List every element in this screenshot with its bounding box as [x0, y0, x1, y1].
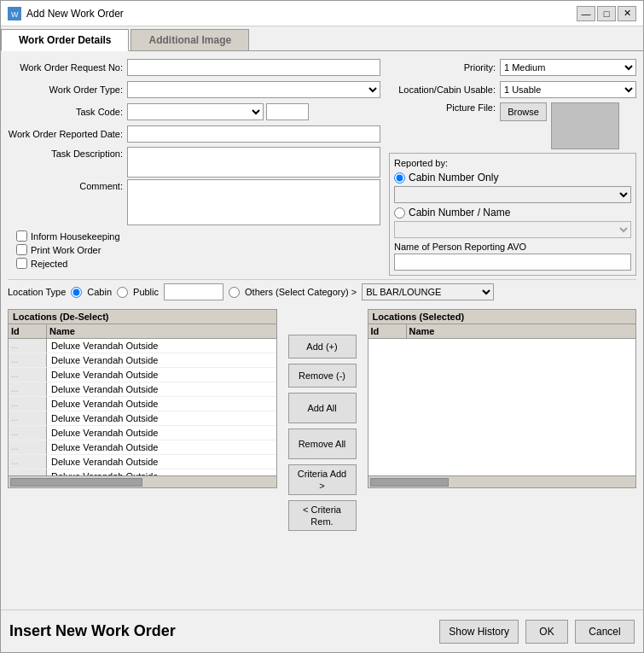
avo-input[interactable]: [394, 254, 631, 271]
list-item[interactable]: ...Deluxe Verandah Outside: [9, 353, 276, 368]
print-work-order-label: Print Work Order: [31, 245, 101, 255]
minimize-button[interactable]: —: [577, 6, 595, 21]
maximize-button[interactable]: □: [597, 6, 616, 21]
checkbox-section: Inform Housekeeping Print Work Order Rej…: [8, 230, 380, 269]
criteria-rem-button[interactable]: < Criteria Rem.: [288, 500, 357, 531]
location-type-public-radio[interactable]: [117, 287, 128, 298]
list-item[interactable]: ...Deluxe Verandah Outside: [9, 469, 276, 475]
comment-textarea[interactable]: [127, 179, 380, 225]
list-item-id: ...: [9, 368, 47, 382]
locations-deselect-list[interactable]: Id Name ...Deluxe Verandah Outside...Del…: [9, 324, 276, 475]
reported-date-label: Work Order Reported Date:: [8, 129, 127, 139]
task-code-select[interactable]: [127, 103, 264, 120]
remove-button[interactable]: Remove (-): [288, 364, 357, 388]
tab-work-order-details[interactable]: Work Order Details: [1, 29, 129, 51]
cabin-number-only-row: Cabin Number Only: [394, 172, 631, 184]
locations-selected-panel: Locations (Selected) Id Name: [368, 309, 637, 488]
comment-label: Comment:: [8, 179, 127, 191]
reported-date-input[interactable]: 10/27/2017 4:38 pm: [127, 125, 380, 143]
close-button[interactable]: ✕: [618, 6, 636, 21]
task-code-input2[interactable]: [266, 103, 309, 120]
task-description-row: Task Description:: [8, 147, 380, 178]
location-usable-select[interactable]: 1 Usable: [500, 81, 636, 98]
list-item[interactable]: ...Deluxe Verandah Outside: [9, 426, 276, 440]
selected-scrollbar-h[interactable]: [368, 475, 636, 487]
location-type-cabin-radio[interactable]: [71, 287, 82, 298]
deselect-scrollbar-h[interactable]: [9, 475, 276, 487]
add-button[interactable]: Add (+): [288, 335, 357, 359]
rejected-label: Rejected: [31, 259, 67, 269]
locations-deselect-title: Locations (De-Select): [9, 310, 276, 324]
list-item-id: ...: [9, 440, 47, 454]
title-bar: W Add New Work Order — □ ✕: [1, 1, 643, 26]
location-type-cabin-label: Cabin: [87, 287, 112, 297]
task-description-textarea[interactable]: [127, 147, 380, 178]
list-item[interactable]: ...Deluxe Verandah Outside: [9, 455, 276, 469]
list-item-id: ...: [9, 353, 47, 367]
reported-by-title: Reported by:: [394, 158, 631, 168]
deselect-col-id: Id: [9, 324, 47, 338]
list-item[interactable]: ...Deluxe Verandah Outside: [9, 382, 276, 397]
print-work-order-checkbox[interactable]: [16, 244, 27, 255]
locations-selected-list[interactable]: Id Name: [368, 324, 636, 475]
priority-row: Priority: 1 Medium: [389, 58, 636, 77]
tab-bar: Work Order Details Additional Image: [1, 26, 643, 51]
cabin-number-only-radio[interactable]: [394, 172, 405, 184]
picture-area: Browse: [500, 102, 619, 149]
main-content: Work Order Request No: Work Order Type: …: [1, 51, 643, 609]
list-item-id: ...: [9, 339, 47, 353]
work-order-type-row: Work Order Type:: [8, 80, 380, 99]
list-item-id: ...: [9, 397, 47, 411]
cancel-button[interactable]: Cancel: [575, 620, 635, 644]
inform-housekeeping-checkbox[interactable]: [16, 230, 27, 242]
list-item[interactable]: ...Deluxe Verandah Outside: [9, 397, 276, 411]
avo-label: Name of Person Reporting AVO: [394, 242, 631, 252]
list-item-name: Deluxe Verandah Outside: [47, 339, 276, 353]
remove-all-button[interactable]: Remove All: [288, 429, 357, 459]
list-item-name: Deluxe Verandah Outside: [47, 397, 276, 411]
priority-label: Priority:: [389, 62, 500, 73]
list-item[interactable]: ...Deluxe Verandah Outside: [9, 411, 276, 426]
task-code-label: Task Code:: [8, 107, 127, 117]
browse-button[interactable]: Browse: [500, 102, 547, 121]
priority-select[interactable]: 1 Medium: [500, 59, 636, 76]
work-order-request-row: Work Order Request No:: [8, 58, 380, 77]
work-order-type-select[interactable]: [127, 81, 380, 98]
cabin-number-only-select[interactable]: [394, 186, 631, 203]
add-all-button[interactable]: Add All: [288, 393, 357, 423]
work-order-request-input[interactable]: [127, 59, 380, 76]
list-item-name: Deluxe Verandah Outside: [47, 353, 276, 367]
selected-col-name: Name: [407, 324, 636, 338]
rejected-row: Rejected: [16, 258, 380, 269]
picture-file-label: Picture File:: [389, 102, 500, 113]
list-item[interactable]: ...Deluxe Verandah Outside: [9, 440, 276, 455]
cabin-number-name-combo-row: [394, 221, 631, 238]
ok-button[interactable]: OK: [525, 620, 568, 644]
list-item-id: ...: [9, 426, 47, 440]
cabin-number-name-select[interactable]: [394, 221, 631, 238]
list-item-name: Deluxe Verandah Outside: [47, 469, 276, 475]
location-type-others-radio[interactable]: [229, 287, 240, 298]
reported-date-row: Work Order Reported Date: 10/27/2017 4:3…: [8, 125, 380, 143]
window-title: Add New Work Order: [26, 8, 124, 20]
inform-housekeeping-label: Inform Housekeeping: [31, 231, 120, 242]
locations-section: Locations (De-Select) Id Name ...Deluxe …: [8, 309, 636, 531]
location-type-others-select[interactable]: BL BAR/LOUNGE: [362, 283, 494, 300]
location-type-text-input[interactable]: [164, 283, 223, 300]
inform-housekeeping-row: Inform Housekeeping: [16, 230, 380, 242]
main-window: W Add New Work Order — □ ✕ Work Order De…: [0, 0, 644, 653]
rejected-checkbox[interactable]: [16, 258, 27, 269]
tab-additional-image[interactable]: Additional Image: [131, 29, 249, 50]
list-item[interactable]: ...Deluxe Verandah Outside: [9, 339, 276, 353]
form-section: Work Order Request No: Work Order Type: …: [8, 58, 636, 276]
title-bar-left: W Add New Work Order: [8, 7, 124, 20]
list-item-id: ...: [9, 411, 47, 425]
reported-by-box: Reported by: Cabin Number Only: [389, 153, 636, 276]
cabin-number-only-label: Cabin Number Only: [409, 172, 498, 184]
form-left: Work Order Request No: Work Order Type: …: [8, 58, 380, 276]
criteria-add-button[interactable]: Criteria Add >: [288, 464, 357, 495]
show-history-button[interactable]: Show History: [439, 620, 519, 644]
title-bar-controls: — □ ✕: [577, 6, 636, 21]
list-item[interactable]: ...Deluxe Verandah Outside: [9, 368, 276, 382]
cabin-number-name-radio[interactable]: [394, 207, 405, 219]
